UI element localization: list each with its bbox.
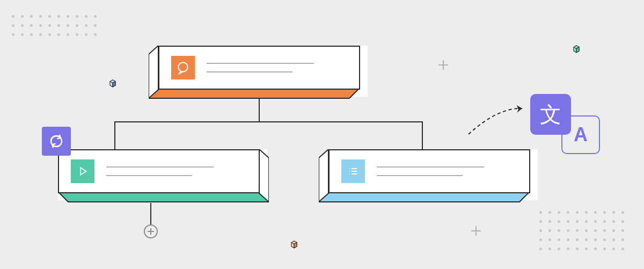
translate-primary-glyph: 文: [540, 100, 561, 129]
connector-line: [114, 121, 423, 122]
chat-icon: [171, 56, 195, 79]
svg-marker-12: [58, 192, 269, 202]
flow-node-list: [328, 149, 538, 200]
svg-marker-16: [319, 149, 328, 202]
translate-secondary-glyph: A: [574, 123, 588, 146]
connector-line: [114, 121, 115, 150]
dashed-arrow: [466, 102, 530, 140]
placeholder-lines: [106, 166, 259, 176]
add-node-button[interactable]: [144, 224, 158, 238]
flow-node-chat: [158, 46, 368, 97]
svg-marker-15: [319, 192, 529, 202]
cube-icon: [108, 79, 117, 88]
dot-grid-decoration: [12, 15, 97, 36]
play-icon: [71, 159, 94, 183]
connector-line: [150, 203, 151, 226]
placeholder-lines: [207, 63, 359, 72]
connector-line: [422, 121, 423, 150]
flow-node-play: [58, 149, 267, 200]
svg-marker-13: [259, 149, 269, 202]
cube-icon: [572, 45, 581, 54]
cube-icon: [290, 241, 298, 249]
translate-icon: A 文: [530, 94, 605, 158]
dot-grid-decoration: [539, 211, 624, 250]
svg-marker-14: [80, 168, 86, 175]
svg-marker-9: [149, 89, 359, 98]
svg-marker-23: [517, 105, 522, 113]
list-icon: [341, 159, 365, 183]
refresh-icon: [42, 127, 71, 156]
connector-line: [259, 98, 260, 122]
svg-point-11: [178, 62, 187, 71]
svg-marker-10: [149, 46, 158, 98]
placeholder-lines: [377, 166, 529, 176]
